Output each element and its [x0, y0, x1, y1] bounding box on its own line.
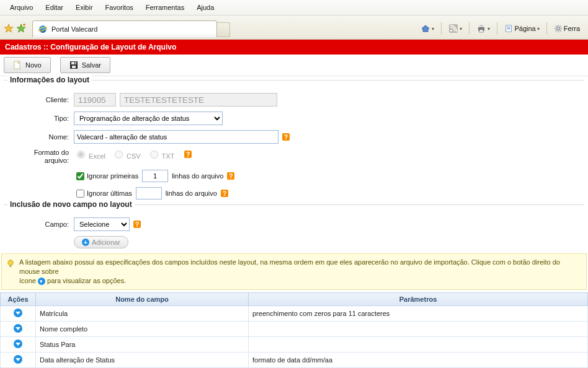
help-icon[interactable]: ?: [227, 172, 234, 180]
svg-line-17: [555, 26, 556, 27]
row-action-icon[interactable]: [14, 309, 22, 317]
print-button[interactable]: ▾: [474, 23, 492, 34]
favorite-star-icon[interactable]: [4, 24, 14, 33]
th-acoes[interactable]: Ações: [1, 292, 36, 305]
svg-line-20: [560, 26, 561, 27]
help-icon[interactable]: ?: [133, 221, 141, 228]
banner-text-before: A listagem abaixo possui as especificaçõ…: [19, 258, 560, 275]
ie-icon: [38, 24, 48, 34]
table-row: Nome completo: [1, 321, 588, 336]
label-campo: Campo:: [10, 221, 74, 228]
adicionar-label: Adicionar: [92, 239, 120, 246]
radio-csv[interactable]: CSV: [112, 149, 141, 160]
svg-marker-0: [4, 24, 13, 32]
page-title: Cadastros :: Configuração de Layout de A…: [0, 40, 588, 55]
menu-editar[interactable]: Editar: [39, 2, 69, 12]
svg-point-27: [8, 260, 13, 265]
ignorar-primeiras-label: Ignorar primeiras: [87, 172, 138, 180]
table-row: Status Para: [1, 336, 588, 352]
menu-exibir[interactable]: Exibir: [69, 2, 99, 12]
ignorar-primeiras-checkbox[interactable]: [76, 172, 84, 180]
chevron-down-icon: ▾: [488, 26, 490, 32]
home-button[interactable]: ▾: [419, 23, 436, 34]
svg-rect-25: [72, 66, 76, 68]
radio-csv-label: CSV: [127, 152, 141, 160]
svg-rect-11: [506, 25, 512, 32]
novo-label: Novo: [25, 61, 42, 69]
legend-layout-info: Informações do layout: [7, 76, 92, 84]
help-icon[interactable]: ?: [282, 133, 290, 141]
menu-favoritos[interactable]: Favoritos: [99, 2, 140, 12]
tools-menu-button[interactable]: Ferra: [552, 24, 582, 33]
novo-button[interactable]: Novo: [4, 57, 51, 73]
ignorar-ultimas-checkbox[interactable]: [76, 190, 84, 198]
options-icon: ▾: [38, 278, 45, 285]
svg-line-19: [555, 30, 556, 31]
menu-ajuda[interactable]: Ajuda: [190, 2, 220, 12]
row-action-icon[interactable]: [14, 324, 22, 333]
menu-arquivo[interactable]: Arquivo: [4, 2, 39, 12]
save-icon: [69, 61, 78, 69]
new-file-icon: [13, 61, 22, 69]
chevron-down-icon: ▾: [432, 26, 434, 32]
cliente-name-input: [120, 93, 277, 107]
ignorar-primeiras-input[interactable]: [142, 170, 168, 182]
label-cliente: Cliente:: [10, 96, 74, 103]
help-icon[interactable]: ?: [184, 151, 192, 158]
table-row: Data alteração de Status formato de data…: [1, 352, 588, 367]
svg-rect-28: [9, 265, 11, 267]
radio-excel[interactable]: Excel: [74, 149, 105, 160]
svg-rect-10: [479, 30, 483, 32]
ignorar-ultimas-input[interactable]: [136, 187, 162, 199]
lightbulb-icon: [6, 259, 16, 269]
label-tipo: Tipo:: [10, 115, 74, 122]
add-favorite-icon[interactable]: [16, 24, 26, 33]
cell-nome: Data alteração de Status: [36, 352, 249, 367]
chevron-down-icon: ▾: [460, 26, 462, 32]
banner-text-mid-a: ícone: [19, 277, 38, 284]
legend-new-field: Inclusão de novo campo no layout: [7, 200, 135, 209]
row-action-icon[interactable]: [14, 340, 22, 348]
th-nome[interactable]: Nome do campo: [36, 292, 249, 305]
svg-line-18: [560, 30, 561, 31]
row-action-icon[interactable]: [14, 355, 22, 364]
new-tab-button[interactable]: [217, 22, 230, 37]
info-banner: A listagem abaixo possui as especificaçõ…: [1, 253, 587, 290]
table-row: Matrícula preenchimento com zeros para 1…: [1, 305, 588, 321]
browser-toolbar: Portal Valecard ▾ ▾ ▾ Página ▾ Ferra: [0, 15, 588, 40]
linhas-label-1: linhas do arquivo: [172, 172, 223, 180]
th-parametros[interactable]: Parâmetros: [249, 292, 588, 305]
label-formato: Formato do arquivo:: [10, 149, 74, 165]
plus-icon: +: [82, 239, 89, 246]
tipo-select[interactable]: Programação de alteração de status: [74, 112, 223, 125]
cell-parametros: [249, 321, 588, 336]
svg-rect-9: [479, 25, 483, 27]
page-menu-label: Página: [514, 25, 535, 32]
radio-txt-label: TXT: [162, 152, 175, 160]
svg-rect-24: [71, 62, 76, 64]
fieldset-new-field: Inclusão de novo campo no layout Campo: …: [4, 204, 584, 248]
toolbar-right: ▾ ▾ ▾ Página ▾ Ferra: [419, 22, 584, 35]
page-menu-button[interactable]: Página ▾: [502, 24, 541, 33]
chevron-down-icon: ▾: [537, 26, 540, 32]
nome-input[interactable]: [74, 130, 278, 144]
actions-row: Novo Salvar: [0, 55, 588, 76]
salvar-button[interactable]: Salvar: [60, 57, 110, 73]
radio-txt[interactable]: TXT: [147, 149, 175, 160]
menu-ferramentas[interactable]: Ferramentas: [140, 2, 190, 12]
tools-menu-label: Ferra: [564, 25, 580, 32]
ignorar-ultimas-label: Ignorar últimas: [87, 190, 132, 197]
banner-text-mid-b: para visualizar as opções.: [47, 277, 126, 284]
svg-rect-3: [24, 24, 25, 26]
salvar-label: Salvar: [82, 61, 101, 69]
linhas-label-2: linhas do arquivo: [166, 190, 217, 197]
svg-rect-26: [74, 63, 76, 64]
feeds-button[interactable]: ▾: [447, 23, 464, 34]
adicionar-button[interactable]: + Adicionar: [74, 236, 128, 248]
radio-excel-label: Excel: [89, 152, 105, 160]
help-icon[interactable]: ?: [221, 190, 228, 197]
campo-select[interactable]: Selecione: [74, 217, 130, 231]
fields-table: Ações Nome do campo Parâmetros Matrícula…: [0, 292, 588, 368]
browser-tab[interactable]: Portal Valecard: [32, 20, 217, 37]
cell-nome: Status Para: [36, 336, 249, 352]
